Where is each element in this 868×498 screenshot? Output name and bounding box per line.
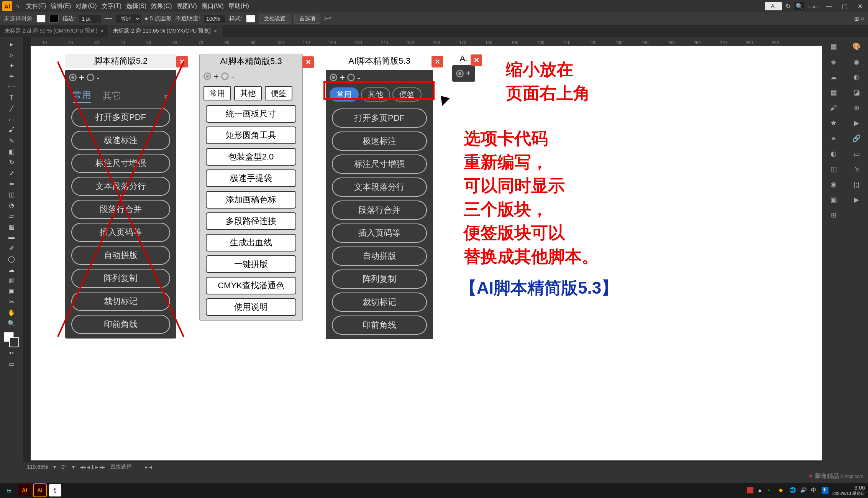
appearance-icon[interactable]: ◉ xyxy=(828,179,839,190)
panel53light-btn[interactable]: 多段路径连接 xyxy=(206,212,296,230)
preferences-button[interactable]: 首选项 xyxy=(294,14,320,24)
menu-window[interactable]: 窗口(W) xyxy=(202,2,224,10)
chevron-right-icon[interactable]: » xyxy=(164,91,169,101)
css-panel-icon[interactable]: {;} xyxy=(851,179,862,190)
shaper-tool[interactable]: ✎ xyxy=(7,136,16,146)
panel52-btn[interactable]: 自动拼版 xyxy=(71,246,170,265)
swatches-icon[interactable]: ▤ xyxy=(828,87,839,98)
panel-collapse-icon[interactable]: ⊞ ≡ xyxy=(854,15,864,22)
panel52-tab-common[interactable]: 常用 xyxy=(73,89,91,103)
document-setup-button[interactable]: 文档设置 xyxy=(259,14,290,24)
align-panel-icon[interactable]: ⊞ xyxy=(828,209,839,221)
width-tool[interactable]: ⇔ xyxy=(7,179,16,189)
menu-view[interactable]: 视图(V) xyxy=(177,2,197,10)
tab-common[interactable]: 常用 xyxy=(203,86,231,100)
symbols-icon[interactable]: ★ xyxy=(828,117,839,129)
close-button[interactable]: ✕ xyxy=(854,2,866,10)
panel53light-btn[interactable]: 统一画板尺寸 xyxy=(206,105,296,123)
tab-notes[interactable]: 便签 xyxy=(265,86,292,100)
fill-swatch[interactable] xyxy=(36,15,46,23)
eyedropper-tool[interactable]: ✐ xyxy=(7,243,16,253)
panel53dark-btn[interactable]: 标注尺寸增强 xyxy=(332,154,427,174)
panel52-tab-other[interactable]: 其它 xyxy=(103,90,121,103)
brush-tool[interactable]: 🖌 xyxy=(7,125,16,135)
cloud-sync-icon[interactable]: ↻ xyxy=(786,3,791,10)
doc-tab-1[interactable]: 未标题-2.ai @ 50 % (CMYK/CPU 预览)× xyxy=(0,25,108,37)
panel53dark-btn[interactable]: 阵列复制 xyxy=(332,270,427,289)
brushes-icon[interactable]: 🖌 xyxy=(828,102,839,113)
play-icon[interactable]: ▶ xyxy=(851,194,862,205)
home-icon[interactable]: ⌂ xyxy=(15,3,19,10)
style-swatch[interactable] xyxy=(246,15,255,23)
taskbar-ai-1[interactable]: Ai xyxy=(18,484,31,496)
actions-icon[interactable]: ▶ xyxy=(851,117,862,129)
panel53light-btn[interactable]: 一键拼版 xyxy=(206,255,296,273)
panel53light-radio-row[interactable]: + - xyxy=(200,69,302,84)
direct-selection-tool[interactable]: ▹ xyxy=(7,50,16,60)
panel53light-btn[interactable]: 包装盒型2.0 xyxy=(206,148,296,166)
taskbar-date[interactable]: 2023/8/13 星期日 xyxy=(832,491,865,496)
opacity-input[interactable] xyxy=(204,15,225,23)
transform-icon[interactable]: ⊕ xyxy=(851,102,862,113)
panel52-btn[interactable]: 极速标注 xyxy=(71,131,170,150)
mesh-tool[interactable]: ▦ xyxy=(7,222,16,232)
stroke-profile-select[interactable]: 等比 xyxy=(116,15,141,23)
panel53light-btn[interactable]: 生成出血线 xyxy=(206,234,296,251)
stroke-swatch[interactable] xyxy=(49,15,59,23)
panel53dark-btn[interactable]: 印前角线 xyxy=(332,316,427,335)
rectangle-tool[interactable]: ▭ xyxy=(7,114,16,124)
line-tool[interactable]: ╱ xyxy=(7,104,16,113)
tray-volume-icon[interactable]: 🔊 xyxy=(800,487,807,494)
fill-stroke-control[interactable] xyxy=(4,332,19,347)
panel53dark-btn[interactable]: 插入页码等 xyxy=(332,224,427,243)
zoom-level[interactable]: 110.65% xyxy=(27,464,48,470)
panel52-close-button[interactable]: ✕ xyxy=(176,56,188,67)
perspective-tool[interactable]: ▱ xyxy=(7,211,16,221)
gradient-tool[interactable]: ▬ xyxy=(7,232,16,242)
tab-other[interactable]: 其他 xyxy=(234,86,262,100)
panel53dark-close-button[interactable]: ✕ xyxy=(432,56,443,67)
panel52-radio-row[interactable]: + - xyxy=(65,70,176,85)
menu-edit[interactable]: 编辑(E) xyxy=(51,2,71,10)
menu-select[interactable]: 选择(S) xyxy=(126,2,146,10)
transparency-icon[interactable]: ◫ xyxy=(828,163,839,175)
artboard-tool[interactable]: ▣ xyxy=(7,286,16,296)
menu-file[interactable]: 文件(F) xyxy=(26,2,46,10)
tray-network-icon[interactable]: 🌐 xyxy=(789,487,796,494)
free-transform-tool[interactable]: ◫ xyxy=(7,189,16,199)
blend-tool[interactable]: ◯ xyxy=(7,254,16,264)
curvature-tool[interactable]: 〰 xyxy=(7,82,16,92)
scale-tool[interactable]: ⤢ xyxy=(7,168,16,178)
pen-tool[interactable]: ✒ xyxy=(7,71,16,81)
zoom-tool[interactable]: 🔍 xyxy=(7,318,16,328)
panel52-btn[interactable]: 插入页码等 xyxy=(71,223,170,242)
rotation-angle[interactable]: 0° xyxy=(61,464,66,470)
links-icon[interactable]: 🔗 xyxy=(851,133,862,144)
taskbar-app-3[interactable]: § xyxy=(49,484,61,496)
panel53dark-btn[interactable]: 自动拼版 xyxy=(332,247,427,266)
color-panel-icon[interactable]: 🎨 xyxy=(851,41,862,52)
taskbar-ai-2[interactable]: Ai xyxy=(34,484,46,496)
panel52-btn[interactable]: 裁切标记 xyxy=(71,292,170,311)
artboard[interactable]: 脚本精简版5.2 ✕ + - 常用 其它 » 打开多页PDF 极速标注 xyxy=(31,46,822,460)
panel53light-btn[interactable]: CMYK查找潘通色 xyxy=(206,277,296,294)
arrange-icon[interactable]: ▭▭ xyxy=(808,3,820,10)
graph-tool[interactable]: ▥ xyxy=(7,275,16,285)
align-icon[interactable]: ⊩* xyxy=(324,15,331,22)
menu-effect[interactable]: 效果(C) xyxy=(151,2,172,10)
tray-lang-icon[interactable]: 中 xyxy=(811,487,818,494)
panel-mini-radio[interactable]: + xyxy=(456,69,471,78)
properties-icon[interactable]: ▦ xyxy=(828,41,839,52)
panel53light-close-button[interactable]: ✕ xyxy=(302,56,314,68)
type-tool[interactable]: T xyxy=(7,93,16,103)
taskbar-time[interactable]: 9:06 xyxy=(832,485,865,491)
docked-mini-panel[interactable]: A. xyxy=(765,2,782,10)
screen-mode[interactable]: ▭ xyxy=(7,359,16,369)
panel53light-btn[interactable]: 添加画稿色标 xyxy=(206,191,296,209)
symbol-tool[interactable]: ☁ xyxy=(7,265,16,274)
magic-wand-tool[interactable]: ✦ xyxy=(7,61,16,71)
panel53light-btn[interactable]: 使用说明 xyxy=(206,298,296,316)
panel53dark-btn[interactable]: 极速标注 xyxy=(332,131,427,151)
panel53light-btn[interactable]: 矩形圆角工具 xyxy=(206,127,296,144)
panel52-btn[interactable]: 标注尺寸增强 xyxy=(71,154,170,173)
